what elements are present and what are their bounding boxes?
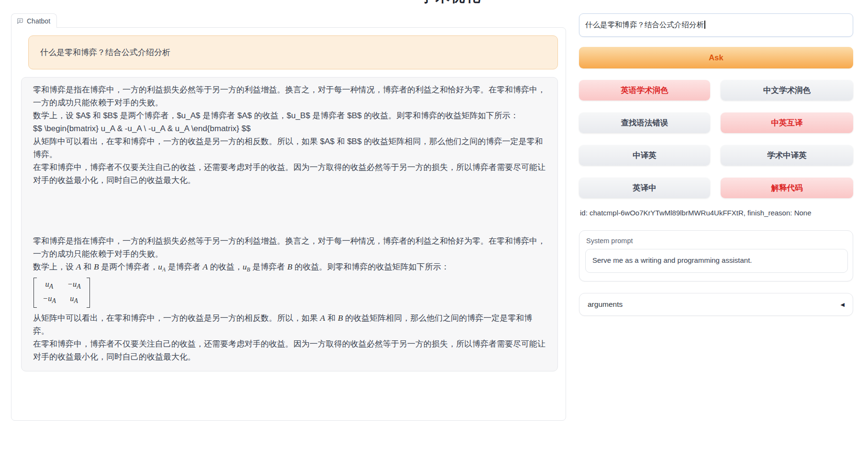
bot-raw-paragraph: 数学上，设 $A$ 和 $B$ 是两个博弈者，$u_A$ 是博弈者 $A$ 的收… [33,109,546,122]
chatbot-label-text: Chatbot [27,17,50,25]
page-title: 学术优化 [420,0,481,7]
arguments-accordion-label: arguments [588,300,623,309]
function-button-grid: 英语学术润色 中文学术润色 查找语法错误 中英互译 中译英 学术中译英 英译中 … [579,80,853,198]
accordion-collapse-icon: ◀ [841,302,845,308]
bot-raw-paragraph: 零和博弈是指在博弈中，一方的利益损失必然等于另一方的利益增益。换言之，对于每一种… [33,83,546,109]
chatbot-panel: Chatbot 什么是零和博弈？结合公式介绍分析 零和博弈是指在博弈中，一方的利… [11,27,566,421]
control-column: 什么是零和博弈？结合公式介绍分析 Ask 英语学术润色 中文学术润色 查找语法错… [579,0,853,460]
chat-message-list: 什么是零和博弈？结合公式介绍分析 零和博弈是指在博弈中，一方的利益损失必然等于另… [11,28,566,420]
bot-rendered-block: 零和博弈是指在博弈中，一方的利益损失必然等于另一方的利益增益。换言之，对于每一种… [33,235,546,363]
ask-button[interactable]: Ask [579,47,853,68]
btn-find-grammar-errors[interactable]: 查找语法错误 [579,112,710,133]
bot-rendered-paragraph: 零和博弈是指在博弈中，一方的利益损失必然等于另一方的利益增益。换言之，对于每一种… [33,235,546,260]
question-input[interactable]: 什么是零和博弈？结合公式介绍分析 [579,13,853,37]
bot-rendered-math-paragraph: 数学上，设 A 和 B 是两个博弈者，uA 是博弈者 A 的收益，uB 是博弈者… [33,260,546,276]
chat-icon [17,18,23,24]
btn-chinese-academic-polish[interactable]: 中文学术润色 [721,80,853,101]
matrix-left-bracket [33,278,37,308]
bot-rendered-math-paragraph: 从矩阵中可以看出，在零和博弈中，一方的收益是另一方的相反数。所以，如果 A 和 … [33,312,546,337]
bot-message-bubble: 零和博弈是指在博弈中，一方的利益损失必然等于另一方的利益增益。换言之，对于每一种… [21,77,558,371]
chatbot-label: Chatbot [11,13,57,28]
btn-english-academic-polish[interactable]: 英语学术润色 [579,80,710,101]
matrix-right-bracket [87,278,90,308]
bot-raw-paragraph: 从矩阵中可以看出，在零和博弈中，一方的收益是另一方的相反数。所以，如果 $A$ … [33,135,546,161]
btn-academic-zh-to-en[interactable]: 学术中译英 [721,145,853,166]
system-prompt-card: System prompt Serve me as a writing and … [579,230,853,281]
btn-zh-en-mutual-translate[interactable]: 中英互译 [721,112,853,133]
system-prompt-input[interactable]: Serve me as a writing and programming as… [585,249,848,273]
matrix-cell: uA [67,293,81,307]
user-message-bubble: 什么是零和博弈？结合公式介绍分析 [28,35,558,69]
matrix-cell: −uA [67,279,81,292]
question-input-value: 什么是零和博弈？结合公式介绍分析 [585,21,704,29]
btn-zh-to-en[interactable]: 中译英 [579,145,710,166]
bot-raw-latex-formula: $$ \begin{bmatrix} u_A & -u_A \ -u_A & u… [33,122,546,135]
completion-status-line: id: chatcmpl-6wOo7KrYTwMl89lbrMWRu4UkFFX… [580,209,812,217]
matrix-cell: uA [43,279,56,292]
bot-rendered-paragraph: 在零和博弈中，博弈者不仅要关注自己的收益，还需要考虑对手的收益。因为一方取得的收… [33,337,546,363]
matrix-cell: −uA [43,293,56,307]
btn-en-to-zh[interactable]: 英译中 [579,178,710,198]
user-message-text: 什么是零和博弈？结合公式介绍分析 [40,48,170,57]
arguments-accordion[interactable]: arguments ◀ [579,293,853,316]
bot-raw-paragraph: 在零和博弈中，博弈者不仅要关注自己的收益，还需要考虑对手的收益。因为一方取得的收… [33,161,546,187]
system-prompt-label: System prompt [586,237,847,245]
btn-explain-code[interactable]: 解释代码 [721,178,853,198]
payoff-matrix: uA −uA −uA uA [33,278,90,308]
text-caret [704,21,705,29]
bot-raw-latex-block: 零和博弈是指在博弈中，一方的利益损失必然等于另一方的利益增益。换言之，对于每一种… [33,83,546,187]
